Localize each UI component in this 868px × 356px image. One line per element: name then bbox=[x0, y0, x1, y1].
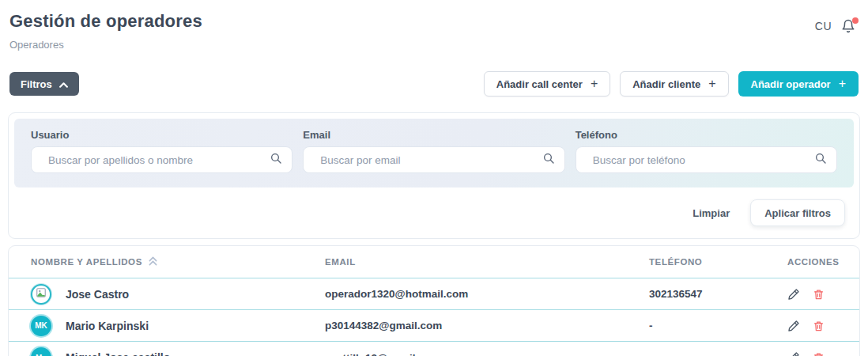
add-operator-label: Añadir operador bbox=[751, 78, 831, 90]
filter-field-email: Email bbox=[303, 129, 564, 173]
table-row[interactable]: Jose Castro operador1320@hotmail.com 302… bbox=[9, 278, 859, 310]
telefono-label: Teléfono bbox=[576, 129, 837, 141]
operator-phone: - bbox=[649, 352, 787, 356]
breadcrumb: Operadores bbox=[9, 39, 857, 51]
email-search-input[interactable] bbox=[313, 154, 542, 166]
usuario-label: Usuario bbox=[31, 129, 292, 141]
toolbar-actions: Añadir call center + Añadir cliente + Añ… bbox=[484, 71, 859, 97]
operator-name: Miguel Jose castillo bbox=[66, 351, 170, 356]
chevron-up-icon bbox=[59, 78, 68, 90]
filter-field-telefono: Teléfono bbox=[576, 129, 837, 173]
add-client-button[interactable]: Añadir cliente + bbox=[620, 71, 728, 97]
filter-field-usuario: Usuario bbox=[31, 129, 292, 173]
search-icon bbox=[270, 152, 282, 168]
column-header-email[interactable]: EMAIL bbox=[325, 257, 649, 267]
edit-pencil-icon[interactable] bbox=[787, 288, 800, 301]
operator-email: p30144382@gmail.com bbox=[325, 320, 649, 331]
column-header-name[interactable]: NOMBRE Y APELLIDOS bbox=[31, 256, 325, 267]
operator-name: Mario Karpinski bbox=[66, 320, 149, 332]
edit-pencil-icon[interactable] bbox=[787, 351, 800, 356]
add-client-label: Añadir cliente bbox=[632, 78, 700, 90]
toolbar: Filtros Añadir call center + Añadir clie… bbox=[0, 71, 868, 97]
search-icon bbox=[814, 152, 827, 168]
user-initials[interactable]: CU bbox=[815, 20, 832, 32]
email-label: Email bbox=[303, 129, 564, 141]
clear-filters-button[interactable]: Limpiar bbox=[693, 207, 730, 219]
plus-icon: + bbox=[708, 78, 715, 90]
operator-name: Jose Castro bbox=[66, 288, 129, 301]
table-header-row: NOMBRE Y APELLIDOS EMAIL TELÉFONO ACCION… bbox=[9, 246, 859, 278]
delete-trash-icon[interactable] bbox=[813, 320, 825, 332]
page-title: Gestión de operadores bbox=[9, 11, 857, 32]
avatar: Mc bbox=[31, 347, 51, 356]
column-header-acciones: ACCIONES bbox=[787, 257, 859, 267]
page-header: Gestión de operadores Operadores bbox=[0, 0, 868, 51]
operator-phone: 302136547 bbox=[649, 288, 787, 300]
filters-footer: Limpiar Aplicar filtros bbox=[9, 187, 859, 238]
table-row[interactable]: Mc Miguel Jose castillo casttillo12@gmai… bbox=[9, 342, 859, 356]
operator-email: operador1320@hotmail.com bbox=[325, 288, 649, 300]
notifications-bell-icon[interactable] bbox=[841, 19, 855, 33]
delete-trash-icon[interactable] bbox=[813, 288, 825, 301]
operator-phone: - bbox=[649, 320, 787, 331]
telefono-search-input[interactable] bbox=[586, 154, 814, 166]
filters-strip: Usuario Email Teléfono bbox=[14, 119, 854, 187]
filters-toggle-button[interactable]: Filtros bbox=[9, 72, 79, 96]
notification-dot bbox=[852, 17, 859, 24]
operators-table: NOMBRE Y APELLIDOS EMAIL TELÉFONO ACCION… bbox=[8, 245, 860, 356]
filters-toggle-label: Filtros bbox=[21, 78, 52, 90]
delete-trash-icon[interactable] bbox=[813, 351, 825, 356]
add-call-center-label: Añadir call center bbox=[496, 78, 583, 90]
operator-email: casttillo12@gmail.com bbox=[325, 352, 649, 356]
usuario-search-input[interactable] bbox=[41, 154, 270, 166]
image-placeholder-icon bbox=[36, 287, 47, 301]
header-right: CU bbox=[815, 19, 855, 33]
sort-icon[interactable] bbox=[149, 256, 157, 267]
filters-card: Usuario Email Teléfono bbox=[8, 112, 860, 239]
plus-icon: + bbox=[591, 78, 598, 90]
table-row[interactable]: MK Mario Karpinski p30144382@gmail.com - bbox=[9, 310, 859, 342]
add-call-center-button[interactable]: Añadir call center + bbox=[484, 71, 610, 97]
apply-filters-button[interactable]: Aplicar filtros bbox=[750, 199, 845, 226]
add-operator-button[interactable]: Añadir operador + bbox=[738, 71, 859, 97]
edit-pencil-icon[interactable] bbox=[787, 320, 800, 332]
search-icon bbox=[542, 152, 555, 168]
avatar: MK bbox=[31, 316, 51, 336]
avatar bbox=[31, 284, 51, 305]
plus-icon: + bbox=[839, 78, 846, 90]
column-header-telefono[interactable]: TELÉFONO bbox=[649, 257, 787, 267]
